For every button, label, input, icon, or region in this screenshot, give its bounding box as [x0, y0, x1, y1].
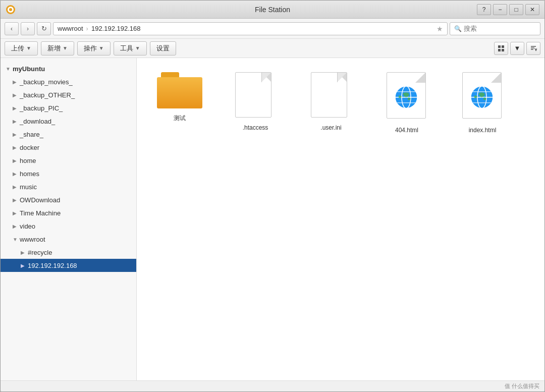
sidebar-root-label: myUbuntu [13, 65, 136, 73]
folder-body [157, 77, 202, 108]
minimize-button[interactable]: − [493, 4, 507, 15]
arrow-icon: ▶ [13, 79, 20, 85]
fold-corner [415, 73, 425, 83]
upload-label: 上传 [11, 44, 24, 53]
grid-icon [498, 45, 505, 52]
svg-rect-5 [498, 49, 501, 51]
html-page [387, 72, 426, 119]
bookmark-icon[interactable]: ★ [437, 25, 443, 33]
sidebar-item-wwwroot[interactable]: ▼ wwwroot [1, 233, 136, 246]
file-item-404[interactable]: 404.html [374, 68, 440, 138]
arrow-icon: ▶ [13, 223, 20, 229]
arrow-icon: ▶ [21, 250, 28, 255]
sidebar-item-ip[interactable]: ▶ 192.192.192.168 [1, 259, 136, 272]
help-button[interactable]: ? [477, 4, 491, 15]
arrow-icon: ▶ [13, 132, 20, 137]
fold-corner [491, 73, 501, 83]
action-button[interactable]: 操作 ▼ [77, 41, 111, 55]
sidebar-item-label: video [20, 222, 136, 230]
sort-button[interactable] [526, 42, 540, 55]
sidebar-item-download[interactable]: ▶ _download_ [1, 115, 136, 128]
sidebar-item-label: home [20, 157, 136, 164]
back-icon: ‹ [11, 25, 13, 32]
file-item-folder[interactable]: 测试 [147, 68, 212, 138]
arrow-icon: ▶ [13, 184, 20, 190]
sidebar-item-video[interactable]: ▶ video [1, 219, 136, 233]
nav-toolbar: ‹ › ↻ wwwroot › 192.192.192.168 ★ 🔍 [1, 19, 544, 39]
html-file-icon [387, 72, 427, 123]
file-name: index.html [469, 127, 497, 134]
settings-button[interactable]: 设置 [150, 41, 176, 55]
sidebar-item-share[interactable]: ▶ _share_ [1, 128, 136, 141]
address-bar[interactable]: wwwroot › 192.192.192.168 ★ [53, 22, 448, 35]
file-page [311, 72, 347, 118]
svg-point-2 [9, 8, 12, 11]
grid-view-button[interactable] [494, 42, 508, 55]
sidebar-item-docker[interactable]: ▶ docker [1, 141, 136, 154]
sidebar-item-time-machine[interactable]: ▶ Time Machine [1, 206, 136, 219]
arrow-icon: ▶ [13, 197, 20, 203]
sidebar-item-music[interactable]: ▶ music [1, 180, 136, 193]
refresh-button[interactable]: ↻ [37, 22, 51, 35]
globe-icon [469, 85, 495, 110]
close-button[interactable]: ✕ [525, 4, 539, 15]
bottom-bar: 值 什么值得买 [1, 380, 544, 391]
sidebar-item-recycle[interactable]: ▶ #recycle [1, 246, 136, 259]
sidebar-item-label: Time Machine [20, 209, 136, 217]
file-item-userini[interactable]: .user.ini [298, 68, 364, 138]
action-dropdown-icon: ▼ [99, 45, 104, 51]
sidebar-item-backup-pic[interactable]: ▶ _backup_PIC_ [1, 101, 136, 115]
sort-icon [530, 45, 537, 52]
sidebar-root-item[interactable]: ▼ myUbuntu [1, 62, 136, 75]
app-icon [6, 5, 16, 15]
back-button[interactable]: ‹ [5, 22, 19, 35]
title-bar-left [6, 5, 16, 15]
file-item-index[interactable]: index.html [450, 68, 515, 138]
main-content: ▼ myUbuntu ▶ _backup_movies_ ▶ _backup_O… [1, 58, 544, 380]
sidebar-item-backup-other[interactable]: ▶ _backup_OTHER_ [1, 88, 136, 101]
sidebar-item-label: docker [20, 144, 136, 151]
file-item-htaccess[interactable]: .htaccess [223, 68, 288, 138]
arrow-icon: ▶ [13, 145, 20, 150]
maximize-button[interactable]: □ [509, 4, 523, 15]
sidebar-item-label: _backup_OTHER_ [20, 91, 136, 99]
sidebar: ▼ myUbuntu ▶ _backup_movies_ ▶ _backup_O… [1, 58, 137, 380]
sidebar-item-owdownload[interactable]: ▶ OWDownload [1, 193, 136, 206]
svg-rect-4 [502, 45, 504, 48]
generic-file-icon [235, 72, 276, 120]
search-input[interactable] [464, 25, 536, 32]
refresh-icon: ↻ [41, 25, 47, 32]
view-controls: ▼ [494, 42, 540, 55]
sidebar-item-home[interactable]: ▶ home [1, 154, 136, 167]
action-label: 操作 [84, 44, 97, 53]
action-bar: 上传 ▼ 新增 ▼ 操作 ▼ 工具 ▼ 设置 [1, 39, 544, 58]
search-box[interactable]: 🔍 [450, 22, 540, 35]
tools-dropdown-icon: ▼ [135, 45, 140, 51]
root-arrow-icon: ▼ [6, 66, 13, 72]
tools-button[interactable]: 工具 ▼ [114, 41, 147, 55]
sidebar-item-label: _backup_movies_ [20, 78, 136, 86]
new-label: 新增 [47, 44, 61, 53]
sidebar-item-label: _backup_PIC_ [20, 104, 136, 112]
address-root: wwwroot [58, 25, 83, 32]
watermark-text: 值 什么值得买 [505, 382, 539, 390]
sidebar-item-homes[interactable]: ▶ homes [1, 167, 136, 180]
view-dropdown-button[interactable]: ▼ [510, 42, 524, 55]
address-current: 192.192.192.168 [91, 25, 141, 32]
arrow-icon: ▶ [13, 158, 20, 163]
settings-label: 设置 [156, 44, 170, 53]
sidebar-item-backup-movies[interactable]: ▶ _backup_movies_ [1, 75, 136, 88]
arrow-icon: ▶ [13, 92, 20, 98]
arrow-icon: ▶ [13, 119, 20, 124]
globe-container [469, 85, 495, 111]
html-page [462, 72, 502, 119]
sidebar-item-label: 192.192.192.168 [28, 262, 136, 269]
search-icon: 🔍 [454, 25, 462, 32]
sidebar-item-label: music [20, 183, 136, 191]
sidebar-item-label: OWDownload [20, 196, 136, 204]
upload-button[interactable]: 上传 ▼ [5, 41, 38, 55]
forward-button[interactable]: › [21, 22, 35, 35]
new-button[interactable]: 新增 ▼ [41, 41, 74, 55]
file-name: .htaccess [243, 124, 268, 131]
file-name: 404.html [395, 127, 418, 134]
